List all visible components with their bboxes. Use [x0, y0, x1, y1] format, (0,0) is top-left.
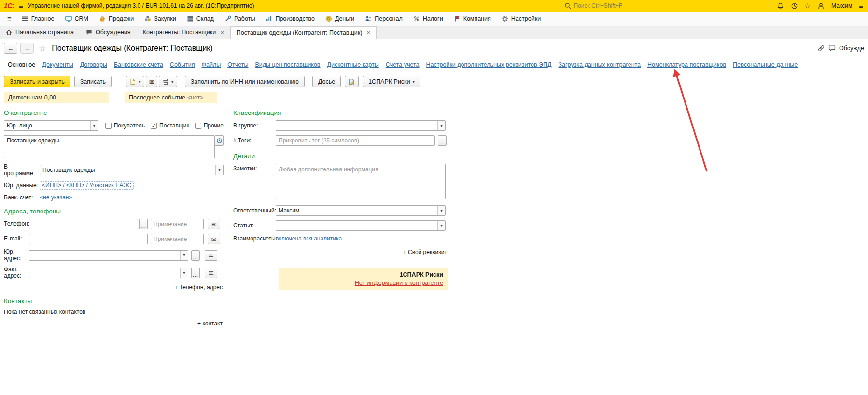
nav-link-reports[interactable]: Отчеты: [227, 61, 248, 68]
email-input[interactable]: [29, 234, 148, 244]
legal-address-combo[interactable]: ▾: [29, 250, 188, 261]
menu-item-taxes[interactable]: Налоги: [408, 13, 448, 25]
menu-item-money[interactable]: Деньги: [321, 13, 359, 25]
nav-link-personal-data[interactable]: Персональные данные: [733, 61, 798, 68]
checkbox-buyer[interactable]: Покупатель: [105, 122, 145, 129]
add-phone-address-link[interactable]: + Телефон, адрес: [174, 284, 223, 291]
checkbox-box[interactable]: [105, 123, 112, 129]
article-combo[interactable]: ▾: [276, 220, 446, 231]
phone-comment-button[interactable]: [208, 219, 220, 229]
create-based-on-button[interactable]: ▾: [126, 76, 144, 87]
legal-address-comment-button[interactable]: [205, 250, 217, 261]
fill-by-inn-button[interactable]: Заполнить по ИНН или наименованию: [185, 76, 305, 87]
nav-link-files[interactable]: Файлы: [201, 61, 221, 68]
user-icon[interactable]: [817, 2, 825, 10]
counterparty-type-combo[interactable]: Юр. лицо ▾: [4, 120, 98, 131]
global-search-input[interactable]: Поиск Ctrl+Shift+F: [564, 2, 695, 9]
discuss-label[interactable]: Обсужде: [839, 45, 864, 52]
nav-link-events[interactable]: События: [170, 61, 195, 68]
history-clock-icon[interactable]: [791, 2, 798, 10]
add-contact-link[interactable]: + контакт: [197, 320, 223, 327]
chevron-down-icon[interactable]: ▾: [215, 165, 223, 175]
actual-address-combo[interactable]: ▾: [29, 268, 188, 278]
nav-link-epd-settings[interactable]: Настройки дополнительных реквизитов ЭПД: [426, 61, 552, 68]
in-program-combo[interactable]: Поставщик одежды ▾: [40, 165, 224, 175]
chevron-down-icon[interactable]: ▾: [180, 268, 188, 278]
current-user-name[interactable]: Максим: [831, 2, 852, 9]
forward-button[interactable]: →: [20, 43, 34, 54]
add-custom-attribute-link[interactable]: + Свой реквизит: [403, 249, 447, 255]
checkbox-supplier[interactable]: ✓ Поставщик: [151, 122, 189, 129]
menu-item-production[interactable]: Производство: [261, 13, 320, 25]
chevron-down-icon[interactable]: ▾: [180, 251, 188, 260]
save-button[interactable]: Записать: [74, 76, 112, 87]
chevron-down-icon[interactable]: ▾: [437, 206, 445, 215]
tab-counterparties-suppliers[interactable]: Контрагенты: Поставщики ×: [137, 26, 230, 39]
nav-link-supplier-price-types[interactable]: Виды цен поставщиков: [255, 61, 320, 68]
checkbox-box[interactable]: ✓: [151, 123, 157, 129]
owes-amount-link[interactable]: 0,00: [44, 94, 56, 101]
nav-link-contracts[interactable]: Договоры: [80, 61, 107, 68]
chevron-down-icon[interactable]: ▾: [90, 121, 98, 130]
actual-address-comment-button[interactable]: [205, 268, 217, 278]
bank-account-link[interactable]: <не указан>: [40, 194, 72, 201]
spark-risks-button[interactable]: 1СПАРК Риски ▾: [363, 76, 420, 87]
menu-item-works[interactable]: Работы: [220, 13, 260, 25]
menu-item-purchases[interactable]: Закупки: [140, 13, 181, 25]
main-menu-icon[interactable]: ≡: [19, 2, 23, 10]
phone-input[interactable]: [29, 219, 138, 229]
menu-item-sales[interactable]: Продажи: [94, 13, 139, 25]
group-combo[interactable]: ▾: [276, 120, 446, 131]
actual-address-more-button[interactable]: ...: [191, 268, 200, 278]
name-history-button[interactable]: [215, 135, 224, 146]
close-icon[interactable]: ×: [220, 29, 224, 36]
legal-data-link[interactable]: <ИНН> / <КПП> / Участник ЕАЭС: [40, 181, 134, 190]
tags-more-button[interactable]: ...: [438, 135, 447, 146]
email-send-button[interactable]: ✉: [208, 234, 220, 244]
menu-item-crm[interactable]: CRM: [60, 13, 93, 25]
notes-input[interactable]: [276, 164, 446, 199]
nav-link-accounting-accounts[interactable]: Счета учета: [386, 61, 420, 68]
sections-menu-icon[interactable]: ≡: [3, 14, 16, 23]
menu-item-warehouse[interactable]: Склад: [182, 13, 219, 25]
send-email-button[interactable]: ✉: [146, 76, 157, 87]
service-menu-icon[interactable]: ≡: [859, 2, 863, 10]
tab-discussions[interactable]: Обсуждения: [80, 26, 137, 39]
print-button[interactable]: ▾: [159, 76, 177, 87]
phone-more-button[interactable]: ...: [139, 219, 148, 229]
close-icon[interactable]: ×: [366, 29, 370, 36]
back-button[interactable]: ←: [4, 43, 17, 54]
notifications-bell-icon[interactable]: [777, 2, 784, 10]
tab-home[interactable]: Начальная страница: [0, 26, 80, 39]
get-link-icon[interactable]: [817, 44, 825, 52]
chevron-down-icon[interactable]: ▾: [437, 121, 445, 130]
menu-item-personnel[interactable]: Персонал: [360, 13, 407, 25]
nav-link-discount-cards[interactable]: Дисконтные карты: [327, 61, 378, 68]
checkbox-other[interactable]: Прочие: [195, 122, 224, 129]
menu-item-settings[interactable]: Настройки: [497, 13, 546, 25]
nav-link-bank-accounts[interactable]: Банковские счета: [114, 61, 163, 68]
spark-no-info-link[interactable]: Нет информации о контрагенте: [355, 280, 443, 286]
dossier-report-button[interactable]: [345, 76, 359, 87]
discuss-bubble-icon[interactable]: [828, 45, 836, 52]
nav-link-nomenclature[interactable]: Номенклатура поставщиков: [647, 61, 726, 68]
chevron-down-icon[interactable]: ▾: [437, 221, 445, 230]
nav-link-documents[interactable]: Документы: [42, 61, 73, 68]
dossier-button[interactable]: Досье: [312, 76, 341, 87]
nav-link-counterparty-data-load[interactable]: Загрузка данных контрагента: [559, 61, 641, 68]
tab-supplier-card[interactable]: Поставщик одежды (Контрагент: Поставщик)…: [230, 26, 377, 39]
nav-link-main[interactable]: Основное: [8, 61, 35, 68]
legal-address-more-button[interactable]: ...: [191, 250, 200, 261]
responsible-combo[interactable]: Максим ▾: [276, 205, 446, 216]
menu-item-company[interactable]: Компания: [449, 13, 496, 25]
counterparty-name-input[interactable]: Поставщик одежды: [4, 135, 215, 158]
add-to-favorites-star-icon[interactable]: ☆: [39, 43, 46, 54]
save-close-button[interactable]: Записать и закрыть: [4, 76, 70, 87]
checkbox-box[interactable]: [195, 123, 201, 129]
email-note-input[interactable]: [151, 234, 204, 244]
phone-note-input[interactable]: [151, 219, 204, 229]
tags-input[interactable]: [276, 135, 435, 146]
menu-item-main[interactable]: Главное: [17, 13, 59, 25]
favorites-star-icon[interactable]: ☆: [805, 2, 811, 10]
settlements-link[interactable]: включена вся аналитика: [276, 235, 342, 242]
